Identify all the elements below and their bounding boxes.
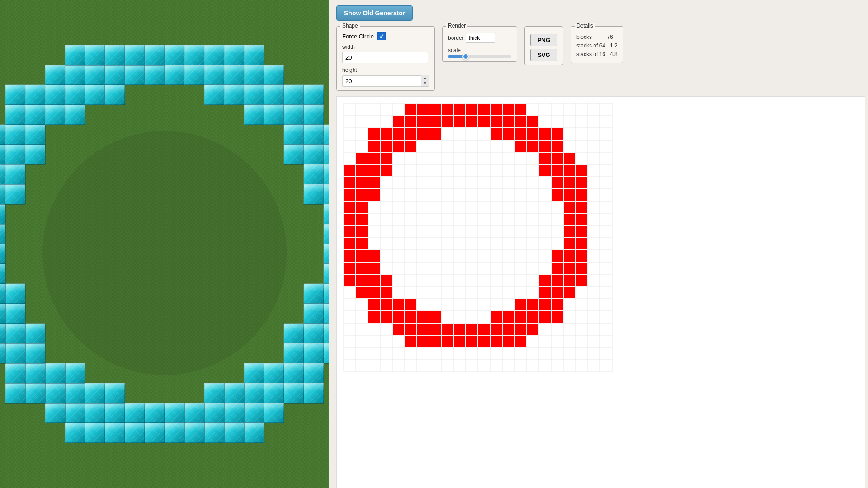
svg-rect-190: [244, 383, 264, 391]
grid-block: [356, 202, 368, 213]
grid-block: [344, 202, 355, 213]
svg-rect-358: [65, 403, 85, 411]
svg-rect-232: [204, 383, 224, 391]
width-field-row: width: [342, 44, 429, 63]
svg-rect-652: [25, 145, 45, 153]
grid-block: [552, 275, 563, 286]
blocks-value: 76: [607, 34, 613, 40]
height-input-wrap: ▲ ▼: [342, 75, 429, 87]
download-group: PNG SVG: [524, 26, 563, 65]
svg-rect-638: [0, 125, 5, 133]
svg-rect-498: [5, 284, 25, 292]
svg-rect-603: [5, 184, 25, 192]
svg-rect-71: [304, 284, 324, 292]
svg-rect-519: [0, 264, 5, 272]
height-spinner[interactable]: ▲ ▼: [421, 75, 429, 87]
grid-block: [356, 287, 368, 298]
grid-block: [381, 275, 392, 286]
svg-rect-365: [65, 383, 85, 391]
grid-block: [515, 104, 526, 115]
svg-rect-337: [105, 383, 125, 391]
grid-block: [576, 202, 587, 213]
svg-rect-414: [5, 383, 25, 391]
svg-rect-813: [165, 45, 184, 53]
grid-block: [417, 311, 429, 323]
grid-block: [552, 128, 563, 140]
grid-block: [576, 214, 587, 225]
width-input[interactable]: [342, 52, 428, 63]
svg-rect-827: [184, 45, 204, 53]
stacks64-value: 1.2: [610, 42, 618, 49]
grid-block: [478, 116, 490, 127]
svg-rect-939: [284, 105, 304, 113]
grid-block: [417, 324, 429, 335]
height-increment-button[interactable]: ▲: [421, 75, 429, 81]
svg-rect-330: [85, 403, 105, 411]
svg-rect-988: [304, 145, 324, 153]
grid-block: [515, 128, 526, 140]
grid-block: [552, 311, 563, 323]
shape-group: Shape Force Circle width height ▲ ▼: [336, 26, 435, 91]
svg-rect-246: [204, 423, 224, 431]
svg-rect-848: [204, 65, 224, 73]
svg-rect-694: [25, 85, 45, 93]
svg-rect-400: [25, 383, 45, 391]
grid-block: [381, 141, 392, 152]
svg-download-button[interactable]: SVG: [530, 49, 557, 61]
svg-rect-743: [85, 65, 105, 73]
height-label: height: [342, 67, 429, 73]
svg-rect-92: [324, 324, 329, 332]
svg-rect-596: [0, 164, 5, 173]
svg-rect-666: [5, 105, 25, 113]
show-old-generator-button[interactable]: Show Old Generator: [336, 5, 413, 21]
grid-block: [491, 336, 502, 347]
grid-block: [478, 104, 490, 115]
grid-block: [515, 311, 526, 323]
grid-block: [356, 250, 368, 262]
svg-rect-631: [5, 145, 25, 153]
grid-block: [454, 116, 465, 127]
force-circle-checkbox[interactable]: [377, 32, 386, 40]
grid-block: [368, 189, 380, 201]
svg-rect-36: [324, 264, 329, 272]
svg-rect-799: [145, 65, 165, 73]
grid-block: [405, 104, 416, 115]
svg-rect-435: [5, 343, 25, 352]
grid-block: [503, 336, 514, 347]
grid-block: [466, 104, 477, 115]
height-decrement-button[interactable]: ▼: [421, 81, 429, 86]
grid-block: [552, 165, 563, 176]
stacks64-label: stacks of 64: [576, 42, 605, 49]
grid-block: [564, 238, 575, 249]
height-input[interactable]: [342, 75, 421, 87]
grid-block: [552, 263, 563, 274]
svg-rect-869: [204, 85, 224, 93]
render-group: Render border thick thin double scale: [442, 26, 517, 62]
svg-rect-50: [324, 284, 329, 292]
svg-rect-708: [45, 65, 65, 73]
svg-rect-855: [224, 45, 244, 53]
grid-block: [356, 165, 368, 176]
grid-block: [503, 324, 514, 335]
svg-rect-960: [304, 105, 324, 113]
grid-block: [405, 336, 416, 347]
grid-block: [393, 324, 404, 335]
svg-rect-344: [85, 383, 105, 391]
grid-block: [454, 336, 465, 347]
svg-rect-393: [45, 363, 65, 371]
svg-rect-883: [244, 45, 264, 53]
grid-block: [381, 299, 392, 310]
border-select[interactable]: thick thin double: [466, 33, 495, 43]
grid-block: [576, 177, 587, 188]
grid-block: [344, 275, 355, 286]
svg-rect-834: [184, 65, 204, 73]
svg-rect-925: [264, 105, 284, 113]
svg-rect-148: [304, 383, 324, 391]
grid-block: [381, 153, 392, 164]
stacks16-detail: stacks of 16 4.8: [576, 50, 618, 59]
svg-rect-141: [284, 363, 304, 371]
png-download-button[interactable]: PNG: [530, 34, 557, 46]
svg-rect-477: [0, 304, 5, 312]
svg-rect-841: [204, 45, 224, 53]
grid-block: [344, 177, 355, 188]
